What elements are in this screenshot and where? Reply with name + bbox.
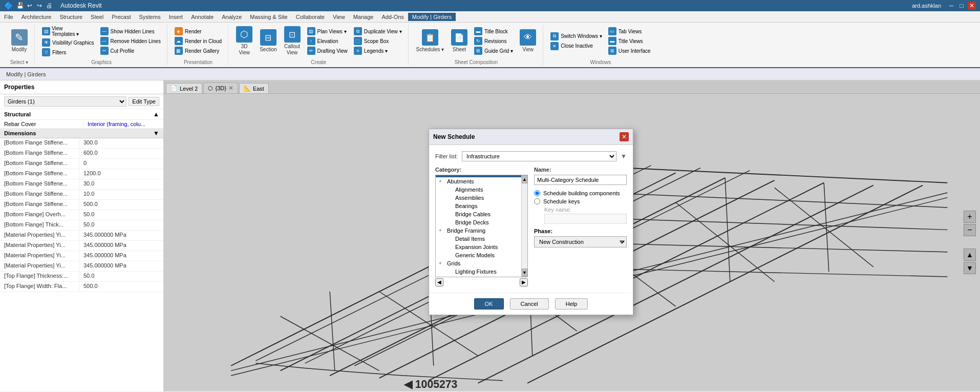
filters-btn[interactable]: ▽ Filters [40,48,96,57]
scope-box-btn[interactable]: ⬚ Scope Box [352,36,404,46]
duplicate-view-btn[interactable]: ⧉ Duplicate View ▾ [352,27,404,36]
switch-windows-btn[interactable]: ⧉ Switch Windows ▾ [548,32,604,41]
menu-file[interactable]: File [0,13,17,21]
maximize-btn[interactable]: □ [957,2,966,10]
3d-view-btn[interactable]: ⬡ 3DView [233,25,255,57]
render-btn[interactable]: ◈ Render [173,27,224,36]
ok-btn[interactable]: OK [474,298,504,310]
guide-grid-btn[interactable]: ⊞ Guide Grid ▾ [472,46,515,55]
menu-architecture[interactable]: Architecture [17,13,56,21]
menu-modify-girders[interactable]: Modify | Girders [408,13,456,21]
sheet-btn[interactable]: 📄 Sheet [449,28,470,54]
cat-item-grids[interactable]: +Grids [436,259,527,267]
show-hidden-btn[interactable]: — Show Hidden Lines [98,27,163,36]
legends-btn[interactable]: ≡ Legends ▾ [352,46,404,55]
user-interface-btn[interactable]: ⊞ User Interface [606,46,653,55]
schedule-name-input[interactable] [534,175,627,185]
tab-3d[interactable]: ⬡ {3D} ✕ [203,82,238,93]
cancel-btn[interactable]: Cancel [510,298,549,310]
tab-level2[interactable]: 📄 Level 2 [166,83,202,93]
print-btn[interactable]: 🖨 [45,2,53,10]
cat-item-generic-models[interactable]: Generic Models [436,251,527,259]
modify-btn[interactable]: ✎ Modify [9,28,30,54]
prop-name: [Bottom Flange] Overh... [0,210,79,220]
undo-btn[interactable]: ↩ [26,2,34,10]
render-cloud-btn[interactable]: ☁ Render in Cloud [173,36,224,46]
menu-view[interactable]: View [329,13,349,21]
title-views-btn[interactable]: ▬ Title Views [606,36,653,46]
help-btn[interactable]: Help [555,298,588,310]
cut-profile-btn[interactable]: ✂ Cut Profile [98,46,163,55]
type-dropdown[interactable]: Girders (1) [4,96,126,107]
filter-dropdown[interactable]: Infrastructure Architecture Structure Me… [462,151,616,161]
cat-item-bridge-cables[interactable]: Bridge Cables [436,210,527,218]
menu-insert[interactable]: Insert [165,13,187,21]
tab-east[interactable]: 📐 East [239,83,269,93]
redo-btn[interactable]: ↪ [35,2,44,10]
edit-type-btn[interactable]: Edit Type [129,97,159,106]
prop-value: 345.000000 MPa [79,261,163,271]
phase-dropdown[interactable]: New Construction Existing Demolished [534,236,627,247]
render-gallery-btn[interactable]: ▦ Render Gallery [173,46,224,55]
radio-building-row: Schedule building components [534,190,627,196]
cat-item-detail-items[interactable]: Detail Items [436,235,527,243]
remove-hidden-btn[interactable]: — Remove Hidden Lines [98,36,163,46]
scroll-left-btn[interactable]: ◀ [435,278,443,286]
scroll-up[interactable]: ▲ [522,175,527,183]
sheet-items: 📋 Schedules ▾ 📄 Sheet ▬ Title Block ↻ Re… [414,25,539,57]
cat-item-expansion-joints[interactable]: Expansion Joints [436,243,527,251]
schedules-btn[interactable]: 📋 Schedules ▾ [414,28,446,54]
menu-precast[interactable]: Precast [108,13,135,21]
list-scrollbar[interactable]: ▲ ▼ [521,175,527,277]
cat-item-abutments[interactable]: +Abutments [436,177,527,185]
view-btn[interactable]: 👁 View [517,28,539,54]
menu-analyze[interactable]: Analyze [218,13,246,21]
render-gallery-icon: ▦ [175,47,183,55]
cat-item-assemblies[interactable]: Assemblies [436,194,527,202]
save-btn[interactable]: 💾 [16,2,24,10]
view-label: View [522,47,534,53]
cat-item-bridge-decks[interactable]: Bridge Decks [436,218,527,226]
menu-manage[interactable]: Manage [349,13,378,21]
cat-item-lighting-fixtures[interactable]: Lighting Fixtures [436,267,527,276]
menu-structure[interactable]: Structure [55,13,87,21]
cat-item-bridge-framing[interactable]: +Bridge Framing [436,226,527,235]
tab-views-btn[interactable]: ▭ Tab Views [606,27,653,36]
category-list[interactable]: +Abutments Alignments Assemblies Bearing… [435,175,528,277]
menu-annotate[interactable]: Annotate [187,13,218,21]
plan-views-btn[interactable]: ▤ Plan Views ▾ [305,27,350,36]
close-btn[interactable]: ✕ [968,2,976,10]
menu-addons[interactable]: Add-Ons [377,13,408,21]
prop-name: [Bottom Flange Stiffene... [0,169,79,179]
cat-item-alignments[interactable]: Alignments [436,185,527,194]
prop-value: 50.0 [79,272,163,281]
close-inactive-btn[interactable]: ✕ Close Inactive [548,42,604,51]
scroll-right-btn[interactable]: ▶ [520,278,528,286]
menu-collaborate[interactable]: Collaborate [292,13,329,21]
section-btn[interactable]: ⊟ Section [257,28,279,54]
revisions-label: Revisions [484,38,506,44]
cat-item-bearings[interactable]: Bearings [436,202,527,210]
scroll-down[interactable]: ▼ [522,269,527,277]
scroll-down-btn[interactable]: ▼ [153,130,159,137]
elevation-btn[interactable]: ↑ Elevation [305,36,350,46]
view-templates-label: ViewTemplates ▾ [52,26,79,37]
scroll-up-btn[interactable]: ▲ [153,111,159,118]
dialog-close-btn[interactable]: ✕ [620,132,629,141]
drafting-view-btn[interactable]: ✏ Drafting View [305,46,350,55]
revisions-btn[interactable]: ↻ Revisions [472,36,515,46]
view-templates-btn[interactable]: ▤ ViewTemplates ▾ [40,25,96,37]
visibility-graphics-btn[interactable]: 👁 Visibility/ Graphics [40,38,96,47]
key-name-input[interactable] [544,214,627,224]
callout-btn[interactable]: ⊡ CalloutView [282,25,303,57]
menu-steel[interactable]: Steel [87,13,108,21]
radio-building[interactable] [534,190,540,196]
menu-massing[interactable]: Massing & Site [246,13,291,21]
minimize-btn[interactable]: ─ [947,2,955,10]
viewport: 📄 Level 2 ⬡ {3D} ✕ 📐 East [164,80,980,391]
title-block-btn[interactable]: ▬ Title Block [472,27,515,36]
tab-3d-close[interactable]: ✕ [228,85,233,92]
menu-systems[interactable]: Systems [135,13,164,21]
menu-bar: File Architecture Structure Steel Precas… [0,11,980,23]
radio-keys[interactable] [534,198,540,204]
